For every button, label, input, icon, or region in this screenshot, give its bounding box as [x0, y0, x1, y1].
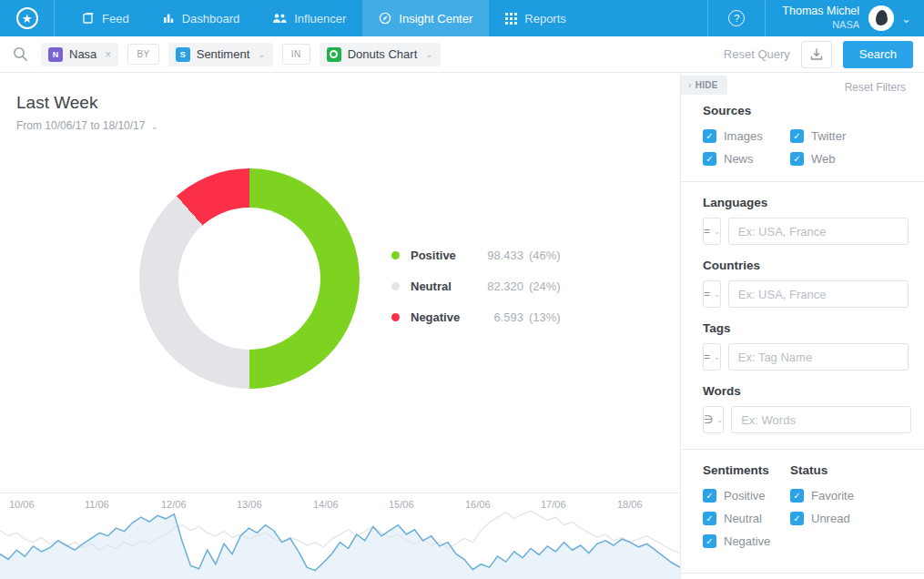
- status-title: Status: [790, 463, 902, 477]
- bar-chart-icon: [162, 12, 175, 25]
- checkbox-images[interactable]: Images: [703, 129, 790, 143]
- words-filter: Words ∋⌄: [703, 384, 902, 433]
- languages-operator-select[interactable]: =⌄: [703, 218, 721, 245]
- checkbox-checked-icon: [703, 512, 716, 525]
- checkbox-favorite[interactable]: Favorite: [790, 489, 902, 503]
- top-nav: ★ Feed Dashboard Influencer Insight Cent…: [0, 0, 924, 36]
- checkbox-web[interactable]: Web: [790, 152, 902, 166]
- checkbox-news[interactable]: News: [703, 152, 790, 166]
- nav-item-label: Reports: [524, 12, 566, 25]
- checkbox-unread[interactable]: Unread: [790, 512, 902, 525]
- legend-percent: (46%): [529, 249, 561, 262]
- app-logo[interactable]: ★: [0, 0, 55, 36]
- query-tokens: N Nasa × BY S Sentiment ⌄ IN Donuts Char…: [41, 43, 441, 66]
- query-token-donuts-chart[interactable]: Donuts Chart ⌄: [320, 43, 441, 66]
- countries-input[interactable]: [728, 280, 909, 308]
- entity-badge: N: [48, 47, 63, 62]
- chevron-down-icon: ⌄: [714, 290, 720, 299]
- download-icon: [810, 48, 823, 61]
- legend-label: Negative: [411, 310, 472, 324]
- legend-row-positive[interactable]: Positive 98.433 (46%): [391, 239, 561, 270]
- page-title: Last Week: [16, 93, 680, 113]
- checkbox-checked-icon: [790, 489, 804, 503]
- nav-item-feed[interactable]: Feed: [66, 0, 146, 36]
- query-connector-in[interactable]: IN: [282, 44, 310, 65]
- legend-label: Neutral: [411, 279, 472, 293]
- tags-operator-select[interactable]: =⌄: [703, 343, 721, 371]
- date-range-selector[interactable]: From 10/06/17 to 18/10/17 ⌄: [16, 119, 680, 132]
- help-icon: ?: [728, 10, 745, 26]
- tags-filter: Tags =⌄: [703, 321, 902, 371]
- checkbox-positive[interactable]: Positive: [703, 489, 790, 503]
- checkbox-negative[interactable]: Negative: [703, 534, 790, 548]
- token-label: Donuts Chart: [348, 47, 418, 61]
- query-token-nasa[interactable]: N Nasa ×: [41, 43, 118, 66]
- countries-operator-select[interactable]: =⌄: [703, 280, 721, 308]
- checkbox-twitter[interactable]: Twitter: [790, 129, 902, 143]
- legend-row-neutral[interactable]: Neutral 82.320 (24%): [391, 270, 561, 301]
- nav-item-influencer[interactable]: Influencer: [256, 0, 362, 36]
- donut-chart-icon: [327, 47, 341, 62]
- app-window: ★ Feed Dashboard Influencer Insight Cent…: [0, 0, 924, 579]
- query-token-sentiment[interactable]: S Sentiment ⌄: [168, 43, 273, 66]
- checkbox-checked-icon: [703, 534, 716, 548]
- hide-filters-button[interactable]: › HIDE: [681, 76, 727, 95]
- checkbox-checked-icon: [790, 512, 804, 525]
- nav-item-label: Dashboard: [182, 12, 240, 25]
- nav-item-label: Feed: [102, 12, 129, 25]
- user-name: Thomas Michel: [782, 5, 859, 19]
- nav-right: ? Thomas Michel NASA ⌄: [707, 0, 924, 36]
- chevron-down-icon[interactable]: ⌄: [425, 49, 432, 59]
- nav-item-insight-center[interactable]: Insight Center: [362, 0, 489, 36]
- sources-title: Sources: [703, 104, 902, 117]
- checkbox-checked-icon: [790, 129, 804, 143]
- nav-item-label: Insight Center: [399, 12, 472, 25]
- download-button[interactable]: [801, 41, 832, 68]
- avatar[interactable]: [868, 5, 894, 31]
- star-logo-icon: ★: [16, 7, 38, 29]
- reset-filters-button[interactable]: Reset Filters: [845, 81, 906, 94]
- content: Last Week From 10/06/17 to 18/10/17 ⌄ Po…: [0, 74, 924, 579]
- languages-input[interactable]: [728, 218, 909, 245]
- words-input[interactable]: [731, 406, 911, 433]
- remove-token-icon[interactable]: ×: [105, 48, 111, 61]
- timeline-chart[interactable]: 10/06 11/06 12/06 13/06 14/06 15/06 16/0…: [0, 493, 680, 579]
- checkbox-checked-icon: [703, 152, 716, 166]
- search-button[interactable]: Search: [843, 41, 913, 68]
- nav-item-reports[interactable]: Reports: [489, 0, 583, 36]
- query-connector-by[interactable]: BY: [127, 44, 158, 65]
- sources-options: Images Twitter News Web: [703, 129, 902, 166]
- query-actions: Reset Query Search: [724, 41, 913, 68]
- legend-value: 98.433: [472, 249, 523, 262]
- help-button[interactable]: ?: [707, 0, 766, 36]
- chevron-right-icon: ›: [688, 80, 692, 90]
- user-info: Thomas Michel NASA: [782, 5, 859, 31]
- legend-percent: (24%): [529, 279, 561, 293]
- legend-percent: (13%): [529, 310, 561, 324]
- sentiments-status-section: Sentiments Positive Neutral Negative Sta…: [703, 463, 902, 557]
- main-header: Last Week From 10/06/17 to 18/10/17 ⌄: [0, 74, 680, 132]
- nav-item-dashboard[interactable]: Dashboard: [146, 0, 257, 36]
- nav-item-label: Influencer: [294, 12, 346, 25]
- checkbox-checked-icon: [790, 152, 804, 166]
- tags-input[interactable]: [728, 343, 909, 371]
- filters-sidebar: › HIDE Reset Filters Sources Images Twit…: [680, 74, 924, 579]
- user-menu-chevron-icon[interactable]: ⌄: [901, 12, 911, 25]
- languages-title: Languages: [703, 196, 902, 209]
- words-operator-select[interactable]: ∋⌄: [703, 406, 724, 433]
- main-nav: Feed Dashboard Influencer Insight Center…: [66, 0, 583, 36]
- token-label: Nasa: [69, 47, 96, 61]
- status-column: Status Favorite Unread: [790, 463, 902, 557]
- grid-icon: [505, 13, 517, 25]
- chevron-down-icon[interactable]: ⌄: [258, 49, 265, 59]
- countries-title: Countries: [703, 259, 902, 272]
- legend-row-negative[interactable]: Negative 6.593 (13%): [391, 301, 561, 332]
- checkbox-neutral[interactable]: Neutral: [703, 512, 790, 525]
- main-panel: Last Week From 10/06/17 to 18/10/17 ⌄ Po…: [0, 74, 680, 579]
- donut-chart[interactable]: [139, 168, 360, 389]
- feed-icon: [82, 12, 95, 25]
- chevron-down-icon: ⌄: [150, 121, 157, 131]
- chevron-down-icon: ⌄: [714, 353, 720, 361]
- reset-query-button[interactable]: Reset Query: [724, 47, 790, 61]
- entity-badge: S: [176, 47, 190, 62]
